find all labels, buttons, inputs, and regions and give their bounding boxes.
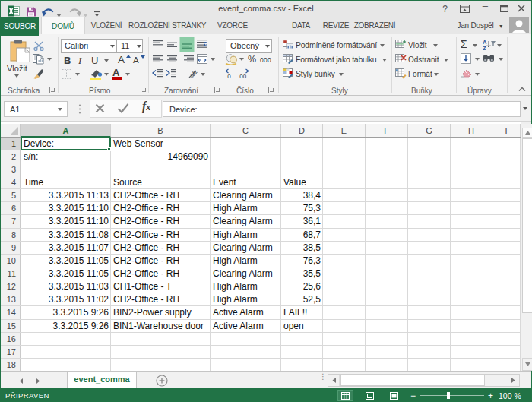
svg-text:,00: ,00	[238, 73, 247, 79]
svg-text:Z: Z	[483, 45, 486, 50]
svg-text:,0: ,0	[226, 73, 231, 79]
